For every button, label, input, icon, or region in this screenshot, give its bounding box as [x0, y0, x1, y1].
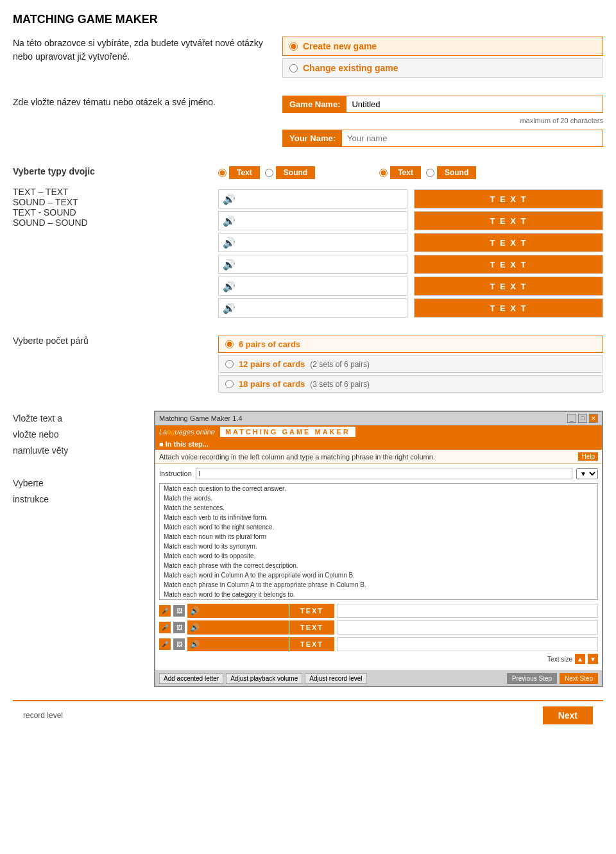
win-pic-icon-1[interactable]: 🖼 [173, 605, 185, 617]
window-maximize-btn[interactable]: □ [578, 414, 587, 423]
type-text-text: TEXT – TEXT [13, 187, 69, 197]
dropdown-item-1[interactable]: Match each question to the correct answe… [160, 484, 597, 493]
text-label-5: T E X T [490, 282, 527, 291]
dropdown-item-10[interactable]: Match each word in Column A to the appro… [160, 570, 597, 580]
win-text-label-3: TEXT [300, 640, 323, 648]
type-sound-sound: SOUND – SOUND [13, 218, 88, 228]
right-text-button[interactable]: Text [390, 166, 421, 179]
dropdown-item-5[interactable]: Match each word to the right sentence. [160, 522, 597, 532]
right-type-tabs: Text Sound [379, 166, 476, 179]
left-sound-radio[interactable] [265, 169, 273, 177]
win-text-box-1: TEXT [289, 604, 334, 618]
win-pic-icon-3[interactable]: 🖼 [173, 638, 185, 650]
win-sound-icon-2: 🔊 [190, 623, 200, 632]
create-new-game-radio[interactable] [289, 42, 298, 51]
bottom-nav: record level Next [13, 700, 603, 730]
win-right-input-2[interactable] [337, 620, 598, 635]
dropdown-item-3[interactable]: Match the sentences. [160, 503, 597, 513]
next-step-btn[interactable]: Next Step [560, 673, 598, 684]
section-bottom: Vložte text avložte nebonamluvte věty Vy… [13, 411, 603, 687]
win-pic-icon-2[interactable]: 🖼 [173, 622, 185, 633]
pair-row-5-right: T E X T [414, 277, 603, 296]
win-sound-box-2: 🔊 [187, 620, 277, 635]
previous-step-btn[interactable]: Previous Step [507, 673, 557, 684]
window-help-button[interactable]: Help [578, 452, 598, 461]
your-name-label: Your Name: [283, 130, 342, 146]
pair-row-1-right: T E X T [414, 189, 603, 209]
instruction-label: Instruction [159, 470, 192, 477]
left-text-button[interactable]: Text [229, 166, 260, 179]
dropdown-item-12[interactable]: Match each word to the category it belon… [160, 590, 597, 599]
win-text-box-2: TEXT [289, 620, 334, 635]
text-size-down-btn[interactable]: ▼ [588, 654, 598, 664]
right-text-tab[interactable]: Text [379, 166, 421, 179]
window-footer: Add accented letter Adjust playback volu… [155, 670, 602, 686]
create-new-game-option[interactable]: Create new game [282, 37, 603, 56]
text-label-2: T E X T [490, 216, 527, 226]
next-button[interactable]: Next [543, 706, 593, 724]
text-label-6: T E X T [490, 303, 527, 313]
win-record-icon-3[interactable]: 🎤 [159, 638, 171, 650]
pair-types-description: Vyberte typy dvojic TEXT – TEXT SOUND – … [13, 166, 205, 320]
count-6-option[interactable]: 6 pairs of cards [218, 336, 603, 353]
adjust-record-btn[interactable]: Adjust record level [305, 673, 366, 684]
pair-preview-rows: 🔊 🔊 🔊 🔊 🔊 🔊 [218, 189, 603, 320]
win-right-input-1[interactable] [337, 604, 598, 618]
pair-row-2-right: T E X T [414, 211, 603, 230]
left-sound-button[interactable]: Sound [276, 166, 315, 179]
count-18-radio[interactable] [225, 380, 234, 388]
right-text-radio[interactable] [379, 169, 388, 177]
right-sound-radio[interactable] [426, 169, 434, 177]
game-name-input[interactable] [346, 96, 603, 112]
pair-row-3-left: 🔊 [218, 233, 407, 252]
count-18-option[interactable]: 18 pairs of cards (3 sets of 6 pairs) [218, 375, 603, 393]
section-pair-types: Vyberte typy dvojic TEXT – TEXT SOUND – … [13, 166, 603, 320]
count-12-option[interactable]: 12 pairs of cards (2 sets of 6 pairs) [218, 355, 603, 373]
instruction-dropdown[interactable]: ▼ [576, 468, 598, 479]
text-size-up-btn[interactable]: ▲ [575, 654, 585, 664]
pair-left-col: 🔊 🔊 🔊 🔊 🔊 🔊 [218, 189, 407, 320]
count-18-label[interactable]: 18 pairs of cards [239, 379, 305, 389]
win-pair-input-3[interactable] [202, 637, 289, 651]
right-sound-button[interactable]: Sound [437, 166, 476, 179]
instruction-dropdown-list[interactable]: Match each question to the correct answe… [159, 483, 598, 600]
change-existing-game-radio[interactable] [289, 64, 298, 73]
dropdown-item-4[interactable]: Match each verb to its infinitive form. [160, 513, 597, 522]
win-record-icon-2[interactable]: 🎤 [159, 622, 171, 633]
pair-row-6-right: T E X T [414, 298, 603, 318]
adjust-playback-btn[interactable]: Adjust playback volume [226, 673, 302, 684]
dropdown-item-7[interactable]: Match each word to its synonym. [160, 542, 597, 551]
left-type-tabs: Text Sound [218, 166, 315, 179]
dropdown-item-2[interactable]: Match the words. [160, 493, 597, 503]
your-name-input[interactable] [342, 130, 603, 146]
dropdown-item-6[interactable]: Match each noun with its plural form [160, 532, 597, 542]
count-6-radio[interactable] [225, 340, 234, 348]
left-text-tab[interactable]: Text [218, 166, 260, 179]
create-new-game-label[interactable]: Create new game [303, 41, 377, 51]
win-right-input-3[interactable] [337, 637, 598, 651]
page-title: MATCHING GAME MAKER [13, 13, 603, 26]
win-pair-input-1[interactable] [202, 604, 289, 618]
count-6-label[interactable]: 6 pairs of cards [239, 339, 300, 349]
win-text-box-3: TEXT [289, 637, 334, 651]
change-existing-game-label[interactable]: Change existing game [303, 63, 398, 73]
dropdown-item-11[interactable]: Match each phrase in Column A to the app… [160, 580, 597, 590]
count-12-label[interactable]: 12 pairs of cards [239, 359, 305, 369]
sound-icon-6: 🔊 [223, 302, 235, 314]
dropdown-item-8[interactable]: Match each word to its opposite. [160, 551, 597, 561]
right-sound-tab[interactable]: Sound [426, 166, 476, 179]
count-12-radio[interactable] [225, 360, 234, 368]
dropdown-item-9[interactable]: Match each phrase with the correct descr… [160, 561, 597, 570]
instruction-input[interactable] [196, 468, 572, 479]
win-record-icon-1[interactable]: 🎤 [159, 605, 171, 617]
win-pair-input-2[interactable] [202, 620, 289, 635]
left-sound-tab[interactable]: Sound [265, 166, 315, 179]
left-text-radio[interactable] [218, 169, 227, 177]
game-name-label: Game Name: [283, 96, 346, 112]
add-accented-letter-btn[interactable]: Add accented letter [159, 673, 223, 684]
window-minimize-btn[interactable]: _ [567, 414, 576, 423]
change-existing-game-option[interactable]: Change existing game [282, 58, 603, 78]
pairs-count-description: Vyberte počet párů [13, 336, 205, 395]
window-close-btn[interactable]: ✕ [589, 414, 598, 423]
win-sound-icon-3: 🔊 [190, 640, 200, 649]
